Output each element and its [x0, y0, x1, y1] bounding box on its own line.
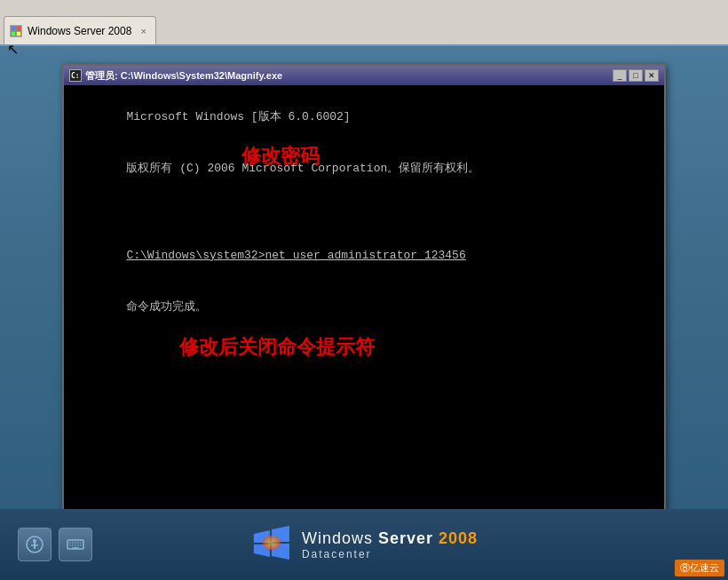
svg-text:C:: C:	[71, 72, 80, 80]
svg-rect-1	[17, 26, 20, 29]
main-area: C: 管理员: C:\Windows\System32\Magnify.exe …	[0, 46, 728, 580]
svg-point-7	[33, 539, 36, 543]
cmd-title-text: 管理员: C:\Windows\System32\Magnify.exe	[85, 69, 282, 83]
server-text: Server	[378, 529, 433, 547]
windows-logo-area: Windows Server 2008 Datacenter	[250, 523, 478, 566]
windows-logo-text: Windows Server 2008 Datacenter	[302, 529, 478, 560]
cmd-output: Microsoft Windows [版本 6.0.6002] 版权所有 (C)…	[71, 91, 657, 559]
keyboard-icon	[66, 535, 85, 554]
cmd-app-icon: C:	[69, 69, 82, 82]
svg-rect-3	[17, 31, 20, 35]
close-button[interactable]: ✕	[645, 69, 659, 82]
svg-point-22	[263, 536, 281, 550]
tab-bar: Windows Server 2008 × ↖	[0, 0, 728, 46]
keyboard-button[interactable]	[59, 528, 92, 561]
accessibility-icon	[25, 535, 44, 554]
bottom-left-icons	[18, 528, 92, 561]
cmd-window: C: 管理员: C:\Windows\System32\Magnify.exe …	[62, 64, 666, 566]
svg-rect-0	[12, 26, 15, 29]
cmd-window-controls: _ □ ✕	[613, 69, 659, 82]
svg-rect-2	[12, 31, 15, 35]
maximize-button[interactable]: □	[629, 69, 643, 82]
annotation-close-cmd: 修改后关闭命令提示符	[179, 334, 375, 361]
watermark: ⑧亿速云	[675, 560, 724, 576]
cmd-body: Microsoft Windows [版本 6.0.6002] 版权所有 (C)…	[64, 85, 664, 564]
annotation-change-password: 修改密码	[241, 143, 320, 170]
cmd-command-line: C:\Windows\system32>net user administrat…	[126, 249, 465, 262]
windows-text: Windows	[302, 529, 373, 547]
windows-logo-icon	[250, 523, 293, 566]
tab-close-button[interactable]: ×	[140, 26, 146, 36]
tab-windows-server[interactable]: Windows Server 2008 ×	[4, 16, 156, 44]
minimize-button[interactable]: _	[613, 69, 627, 82]
tab-icon	[10, 25, 22, 37]
datacenter-text: Datacenter	[302, 548, 478, 560]
cmd-title-left: C: 管理员: C:\Windows\System32\Magnify.exe	[69, 69, 282, 83]
bottom-bar: Windows Server 2008 Datacenter	[0, 509, 728, 580]
accessibility-button[interactable]	[18, 528, 51, 561]
cmd-titlebar: C: 管理员: C:\Windows\System32\Magnify.exe …	[64, 66, 664, 85]
year-text: 2008	[439, 529, 478, 547]
tab-label: Windows Server 2008	[28, 25, 131, 37]
